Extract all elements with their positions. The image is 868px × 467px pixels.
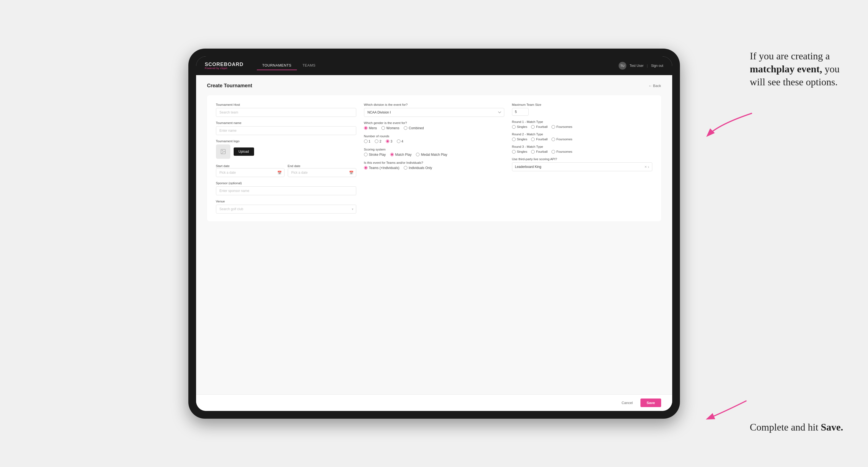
signout-link[interactable]: Sign out <box>651 64 663 68</box>
arrow-save <box>697 395 752 423</box>
gender-mens[interactable]: Mens <box>364 126 377 130</box>
nav-links: TOURNAMENTS TEAMS <box>257 61 619 70</box>
tablet-screen: SCOREBOARD Powered by clippit TOURNAMENT… <box>196 56 672 411</box>
third-party-api-group: Use third-party live scoring API? Leader… <box>512 157 652 171</box>
round3-fourball[interactable]: Fourball <box>531 150 548 154</box>
round1-match-type: Round 1 - Match Type Singles Fourball <box>512 120 652 129</box>
tournament-name-label: Tournament name <box>216 121 356 125</box>
max-team-size-label: Maximum Team Size <box>512 103 652 106</box>
scoring-medal[interactable]: Medal Match Play <box>416 153 447 157</box>
api-tag: Leaderboard King × › <box>512 162 652 171</box>
scoring-group: Scoring system Stroke Play Match Play <box>364 148 504 157</box>
round1-fourball[interactable]: Fourball <box>531 125 548 129</box>
division-group: Which division is the event for? NCAA Di… <box>364 103 504 117</box>
date-row: Start date 📅 End date 📅 <box>216 163 356 177</box>
gender-label: Which gender is the event for? <box>364 121 504 125</box>
round2-match-type: Round 2 - Match Type Singles Fourball <box>512 132 652 141</box>
api-remove-icon[interactable]: × › <box>645 165 649 169</box>
event-teams[interactable]: Teams (+Individuals) <box>364 166 399 170</box>
event-for-group: Is this event for Teams and/or Individua… <box>364 161 504 170</box>
round2-singles[interactable]: Singles <box>512 137 527 141</box>
match-type-section: Round 1 - Match Type Singles Fourball <box>512 120 652 171</box>
right-column: Maximum Team Size Round 1 - Match Type S… <box>512 103 652 214</box>
end-date-label: End date <box>288 164 301 168</box>
event-individuals[interactable]: Individuals Only <box>404 166 432 170</box>
round1-radios: Singles Fourball Foursomes <box>512 125 652 129</box>
avatar: TU <box>619 62 626 70</box>
dates-group: Start date 📅 End date 📅 <box>216 163 356 177</box>
annotation-bottom-right: Complete and hit Save. <box>750 421 849 434</box>
round1-foursomes[interactable]: Foursomes <box>552 125 572 129</box>
left-column: Tournament Host Tournament name Tourname… <box>216 103 356 214</box>
gender-group: Which gender is the event for? Mens Wome… <box>364 121 504 130</box>
third-party-label: Use third-party live scoring API? <box>512 157 652 161</box>
round-4[interactable]: 4 <box>397 139 403 143</box>
gender-radio-group: Mens Womens Combined <box>364 126 504 130</box>
round2-label: Round 2 - Match Type <box>512 132 652 136</box>
annotation-right: If you are creating a matchplay event, y… <box>750 50 849 88</box>
end-date-input[interactable] <box>288 168 356 177</box>
brand-subtitle: Powered by clippit <box>205 67 244 70</box>
cancel-button[interactable]: Cancel <box>617 399 637 407</box>
round3-radios: Singles Fourball Foursomes <box>512 150 652 154</box>
brand-title: SCOREBOARD <box>205 62 244 67</box>
round2-fourball[interactable]: Fourball <box>531 137 548 141</box>
venue-label: Venue <box>216 200 356 203</box>
upload-button[interactable]: Upload <box>234 148 254 156</box>
tournament-name-input[interactable] <box>216 126 356 135</box>
round-3[interactable]: 3 <box>386 139 393 143</box>
gender-combined[interactable]: Combined <box>404 126 424 130</box>
page-header: Create Tournament ← Back <box>207 83 661 89</box>
round1-singles[interactable]: Singles <box>512 125 527 129</box>
save-button[interactable]: Save <box>641 399 661 407</box>
tournament-host-input[interactable] <box>216 108 356 117</box>
division-label: Which division is the event for? <box>364 103 504 106</box>
middle-column: Which division is the event for? NCAA Di… <box>364 103 504 214</box>
nav-tournaments[interactable]: TOURNAMENTS <box>257 61 297 70</box>
tournament-host-label: Tournament Host <box>216 103 356 106</box>
navbar: SCOREBOARD Powered by clippit TOURNAMENT… <box>196 56 672 75</box>
scoring-radio-group: Stroke Play Match Play Medal Match Play <box>364 153 504 157</box>
arrow-matchplay <box>697 108 757 141</box>
start-date-group: Start date 📅 <box>216 163 284 177</box>
scoring-stroke[interactable]: Stroke Play <box>364 153 386 157</box>
sponsor-input[interactable] <box>216 186 356 195</box>
event-for-radio-group: Teams (+Individuals) Individuals Only <box>364 166 504 170</box>
gender-womens[interactable]: Womens <box>381 126 399 130</box>
tournament-host-group: Tournament Host <box>216 103 356 117</box>
round3-foursomes[interactable]: Foursomes <box>552 150 572 154</box>
brand: SCOREBOARD Powered by clippit <box>205 62 244 70</box>
rounds-radio-group: 1 2 3 4 <box>364 139 504 143</box>
venue-input[interactable] <box>216 205 356 214</box>
tournament-logo-label: Tournament logo <box>216 139 356 143</box>
form-grid: Tournament Host Tournament name Tourname… <box>207 95 661 221</box>
round3-label: Round 3 - Match Type <box>512 145 652 148</box>
venue-group: Venue ▾ <box>216 200 356 214</box>
max-team-size-group: Maximum Team Size <box>512 103 652 116</box>
division-select[interactable]: NCAA Division I <box>364 108 504 117</box>
rounds-label: Number of rounds <box>364 134 504 138</box>
nav-teams[interactable]: TEAMS <box>297 61 321 70</box>
round-2[interactable]: 2 <box>375 139 381 143</box>
footer-bar: Cancel Save <box>196 394 672 411</box>
start-date-input[interactable] <box>216 168 284 177</box>
event-for-label: Is this event for Teams and/or Individua… <box>364 161 504 164</box>
round3-match-type: Round 3 - Match Type Singles Fourball <box>512 145 652 154</box>
scoring-label: Scoring system <box>364 148 504 151</box>
round-1[interactable]: 1 <box>364 139 371 143</box>
rounds-group: Number of rounds 1 2 <box>364 134 504 143</box>
page-title: Create Tournament <box>207 83 252 89</box>
end-date-group: End date 📅 <box>288 163 356 177</box>
round2-foursomes[interactable]: Foursomes <box>552 137 572 141</box>
scoring-match[interactable]: Match Play <box>390 153 411 157</box>
round1-label: Round 1 - Match Type <box>512 120 652 123</box>
nav-user: Test User <box>630 64 644 68</box>
round3-singles[interactable]: Singles <box>512 150 527 154</box>
logo-area: Upload <box>216 145 356 159</box>
api-value: Leaderboard King <box>515 165 541 169</box>
max-team-size-input[interactable] <box>512 108 529 116</box>
main-content: Create Tournament ← Back Tournament Host… <box>196 75 672 394</box>
tournament-name-group: Tournament name <box>216 121 356 135</box>
back-link[interactable]: ← Back <box>648 84 661 88</box>
svg-point-1 <box>222 150 223 151</box>
